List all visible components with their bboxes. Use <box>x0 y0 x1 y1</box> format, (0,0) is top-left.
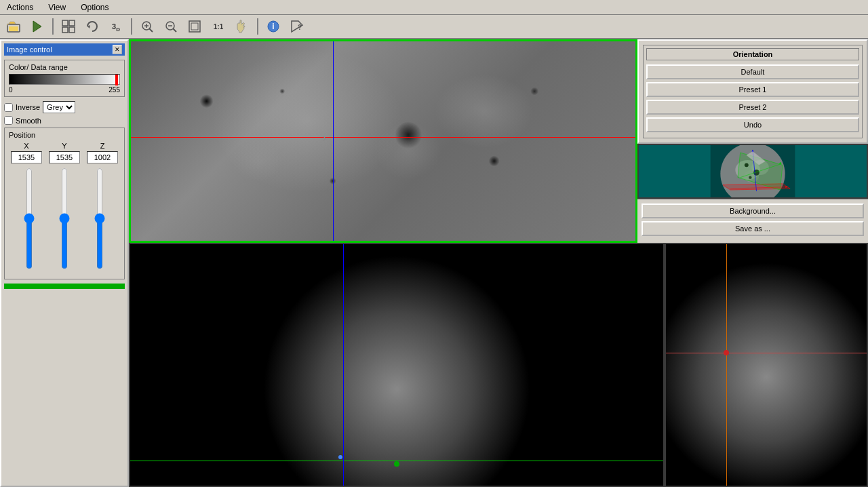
default-button[interactable]: Default <box>646 64 859 79</box>
panel-title: Image control <box>7 45 52 54</box>
pan-button[interactable] <box>231 17 253 36</box>
actual-size-label: 1:1 <box>214 23 223 31</box>
toolbar: 3D 1:1 i ? <box>0 15 868 39</box>
bottom-left-crosshair-v <box>343 244 344 486</box>
orientation-title: Orientation <box>646 48 859 60</box>
undo-button[interactable]: Undo <box>646 117 859 132</box>
svg-line-11 <box>149 28 153 32</box>
gradient-max: 255 <box>108 86 120 94</box>
zoom-in-button[interactable] <box>136 17 158 36</box>
z-header: Z <box>85 142 120 150</box>
menu-actions[interactable]: Actions <box>3 1 37 14</box>
svg-text:i: i <box>272 22 274 31</box>
svg-text:?: ? <box>298 24 302 31</box>
x-position-input[interactable] <box>11 151 42 163</box>
bottom-right-dot <box>724 350 729 355</box>
z-slider-container <box>93 168 106 276</box>
panel-close-button[interactable]: ✕ <box>113 45 122 54</box>
svg-rect-1 <box>9 26 18 31</box>
save-button[interactable]: Save as ... <box>642 221 864 236</box>
bottom-right-crosshair-v <box>726 244 727 486</box>
y-header: Y <box>47 142 82 150</box>
color-range-section: Color/ Data range 0 255 <box>4 60 125 97</box>
svg-rect-6 <box>69 27 75 33</box>
inverse-label: Inverse <box>16 103 40 111</box>
green-indicator-bar <box>4 284 125 289</box>
action-buttons-panel: Background... Save as ... <box>637 199 868 243</box>
x-slider[interactable] <box>22 168 36 269</box>
position-headers: X Y Z <box>9 142 120 150</box>
z-slider[interactable] <box>93 168 106 269</box>
play-button[interactable] <box>26 17 48 36</box>
zoom-out-button[interactable] <box>160 17 182 36</box>
background-button[interactable]: Background... <box>642 203 864 218</box>
smooth-checkbox[interactable] <box>4 116 13 125</box>
preset1-button[interactable]: Preset 1 <box>646 82 859 97</box>
viewport-grid: ‹ Orientation Default Preset 1 Preset 2 … <box>129 39 868 487</box>
position-inputs <box>9 151 120 163</box>
menu-options[interactable]: Options <box>77 1 113 14</box>
help-button[interactable]: ? <box>286 17 308 36</box>
gradient-labels: 0 255 <box>9 86 120 94</box>
main-viewport[interactable]: ‹ <box>129 39 637 243</box>
crosshair-h-red <box>131 137 635 138</box>
viewport-row-bottom <box>129 243 868 487</box>
menu-bar: Actions View Options <box>0 0 868 15</box>
image-control-panel: Image control ✕ Color/ Data range 0 255 … <box>0 39 129 487</box>
grid-button[interactable] <box>58 17 79 36</box>
right-panel: Orientation Default Preset 1 Preset 2 Un… <box>637 39 868 243</box>
svg-marker-2 <box>33 21 41 32</box>
colormap-select[interactable]: Grey Hot Cool Jet HSV <box>43 101 75 113</box>
sliders-row <box>9 168 120 276</box>
inverse-checkbox[interactable] <box>4 103 13 112</box>
gradient-min: 0 <box>9 86 13 94</box>
separator-1 <box>52 18 54 35</box>
position-section: Position X Y Z <box>4 128 125 279</box>
svg-rect-3 <box>62 20 68 26</box>
3d-viewport[interactable] <box>637 144 868 199</box>
orientation-controls: Orientation Default Preset 1 Preset 2 Un… <box>637 39 868 144</box>
open-button[interactable] <box>3 17 24 36</box>
main-layout: Image control ✕ Color/ Data range 0 255 … <box>0 39 868 487</box>
3d-view-svg <box>639 145 867 197</box>
smooth-label: Smooth <box>16 117 41 125</box>
panel-title-bar: Image control ✕ <box>4 43 125 56</box>
viewport-row-top: ‹ Orientation Default Preset 1 Preset 2 … <box>129 39 868 243</box>
preset2-button[interactable]: Preset 2 <box>646 100 859 115</box>
position-label: Position <box>9 131 120 139</box>
svg-rect-4 <box>69 20 75 26</box>
separator-2 <box>131 18 132 35</box>
gradient-marker[interactable] <box>115 75 118 85</box>
x-header: X <box>9 142 44 150</box>
crosshair-v-blue <box>333 41 334 241</box>
svg-line-14 <box>173 28 176 32</box>
z-position-input[interactable] <box>87 151 118 163</box>
bottom-right-viewport[interactable] <box>665 243 868 487</box>
svg-rect-5 <box>62 27 68 33</box>
rotate-button[interactable] <box>81 17 103 36</box>
y-position-input[interactable] <box>49 151 80 163</box>
bottom-left-dot <box>338 455 342 459</box>
bottom-left-viewport[interactable] <box>129 243 665 487</box>
y-slider[interactable] <box>58 168 71 269</box>
bottom-right-crosshair-h <box>666 353 867 353</box>
slice-indicator: ‹ <box>323 133 326 145</box>
inverse-row: Inverse Grey Hot Cool Jet HSV <box>4 101 125 113</box>
svg-rect-15 <box>189 21 200 32</box>
svg-rect-16 <box>191 23 198 30</box>
info-button[interactable]: i <box>262 17 284 36</box>
content-area: ‹ Orientation Default Preset 1 Preset 2 … <box>129 39 868 487</box>
bottom-center-dot <box>394 461 399 467</box>
fit-button[interactable] <box>184 17 205 36</box>
menu-view[interactable]: View <box>44 1 70 14</box>
x-slider-container <box>22 168 36 276</box>
actual-size-button[interactable]: 1:1 <box>208 17 229 36</box>
smooth-row: Smooth <box>4 116 125 125</box>
y-slider-container <box>58 168 71 276</box>
color-gradient-bar[interactable] <box>9 74 120 85</box>
color-range-label: Color/ Data range <box>9 63 120 71</box>
3d-button[interactable]: 3D <box>105 17 127 36</box>
separator-3 <box>257 18 258 35</box>
